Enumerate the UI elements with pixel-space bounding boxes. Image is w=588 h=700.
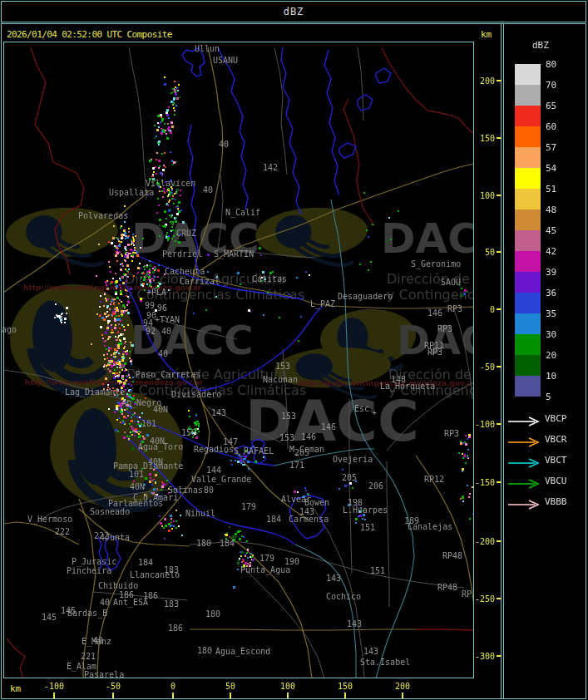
vector-arrow-icon: [507, 414, 542, 424]
vector-label: VBCP: [545, 414, 567, 424]
legend-color-box: [515, 355, 541, 376]
map-place-label: Chihuido: [98, 582, 138, 590]
map-place-label: 171: [289, 461, 304, 470]
x-axis-tick-label: 0: [156, 682, 190, 691]
map-place-label: Pampa_Diamante: [113, 462, 183, 471]
map-place-label: 40N: [153, 406, 168, 414]
legend-color-box: [515, 168, 541, 189]
map-place-label: Catitas: [252, 275, 287, 283]
map-place-label: Punta_Agua: [240, 566, 290, 574]
map-place-label: 180: [197, 647, 212, 655]
map-place-label: Nihuil: [185, 510, 215, 518]
map-place-label: 101: [141, 420, 156, 428]
map-place-label: Paso_Carretas: [136, 371, 200, 379]
map-place-label: 145: [42, 614, 57, 622]
legend-scale-value: 60: [546, 122, 556, 131]
y-axis-tick: [497, 423, 502, 425]
legend-color-box: [515, 230, 541, 251]
map-place-label: USANU: [213, 57, 238, 65]
x-axis-tick: [172, 693, 174, 698]
map-place-label: +PLA: [146, 288, 166, 297]
map-place-label: 183: [164, 600, 179, 609]
x-axis-tick: [53, 693, 55, 698]
map-place-label: 92: [146, 328, 156, 336]
legend-scale-value: 54: [546, 164, 556, 173]
map-place-label: 153: [281, 412, 296, 421]
map-place-label: Pasarela: [84, 671, 124, 679]
vector-arrow-icon: [507, 456, 542, 466]
map-place-label: 150: [181, 429, 196, 437]
map-place-label: 142: [263, 164, 278, 172]
y-axis-tick-label: 100: [473, 191, 495, 200]
map-place-label: 40N: [130, 483, 145, 491]
map-place-label: 205: [294, 449, 309, 457]
vector-label: VBCR: [545, 435, 567, 445]
legend-scale-value: 80: [546, 60, 556, 69]
map-place-label: Bowen: [304, 499, 329, 507]
map-place-label: Cochico: [326, 593, 361, 601]
map-place-label: L.Huarpes: [343, 506, 388, 515]
vector-label: VBCT: [545, 456, 567, 466]
map-place-label: 146: [321, 423, 336, 431]
legend-color-box: [515, 126, 541, 147]
plot-border: [3, 42, 474, 678]
map-place-label: CRUZ: [176, 229, 196, 238]
map-place-label: 179: [259, 555, 274, 563]
map-place-label: 40: [203, 186, 213, 195]
legend-scale-value: 42: [546, 247, 556, 256]
x-axis-tick: [344, 693, 346, 698]
map-place-label: Polvaredas: [78, 212, 128, 220]
map-place-label: 143: [326, 574, 341, 583]
legend-scale-value: 10: [546, 372, 556, 381]
map-place-label: 180: [196, 540, 211, 548]
map-place-label: Lag_Diamante: [65, 388, 125, 397]
map-place-label: La_Horqueta: [380, 382, 435, 391]
map-place-label: 180: [205, 610, 220, 619]
map-place-label: Regadios: [194, 446, 234, 454]
x-axis-tick-label: 150: [329, 682, 362, 691]
x-axis-tick-label: 200: [386, 682, 419, 691]
legend-scale-value: 30: [546, 330, 556, 339]
legend-color-box: [515, 376, 541, 397]
vector-label: VBBB: [545, 497, 567, 507]
map-place-label: Agua_Toro: [138, 443, 183, 451]
y-axis-tick-label: -100: [473, 420, 495, 429]
map-place-label: 80: [204, 486, 214, 495]
map-place-label: N_Calif: [225, 209, 260, 217]
map-place-label: 206: [368, 482, 383, 490]
map-place-label: 143: [211, 409, 226, 417]
map-place-label: 179: [241, 503, 256, 511]
map-place-label: L_PAZ: [310, 300, 335, 308]
legend-scale-value: 35: [546, 309, 556, 318]
legend-scale-value: 70: [546, 81, 556, 90]
y-axis-tick-label: -250: [473, 594, 495, 604]
y-axis-tick: [497, 137, 502, 139]
map-place-label: Carrizal: [180, 278, 220, 286]
map-place-label: E_Manz: [82, 638, 111, 646]
y-axis-tick: [497, 540, 502, 542]
x-axis-tick-label: 50: [214, 682, 247, 691]
legend-scale-value: 20: [546, 351, 556, 360]
map-place-label: RP3: [447, 305, 462, 313]
map-place-label: RP3: [437, 325, 452, 333]
map-place-label: RP: [462, 590, 472, 599]
y-axis-tick: [497, 308, 502, 310]
legend-color-box: [515, 64, 541, 85]
x-axis-tick: [287, 693, 289, 698]
x-axis-tick-label: -50: [96, 682, 130, 691]
legend-scale-value: 51: [546, 185, 556, 194]
y-axis-tick-label: -200: [473, 537, 495, 546]
map-place-label: 151: [360, 524, 375, 532]
map-place-label: Desaguadero: [338, 293, 393, 301]
map-place-label: 151: [370, 567, 385, 575]
legend-color-box: [515, 293, 541, 313]
map-place-label: 184: [266, 515, 281, 524]
y-axis-tick: [497, 598, 502, 599]
map-place-label: Bardas_B: [67, 609, 107, 618]
map-place-label: S_MARTIN: [214, 250, 254, 259]
map-place-label: 186: [168, 624, 183, 633]
map-place-label: 40: [161, 328, 171, 336]
y-axis-tick: [497, 195, 502, 196]
map-place-label: Canalejas: [408, 523, 452, 531]
map-place-label: V_Hermoso: [27, 515, 72, 524]
